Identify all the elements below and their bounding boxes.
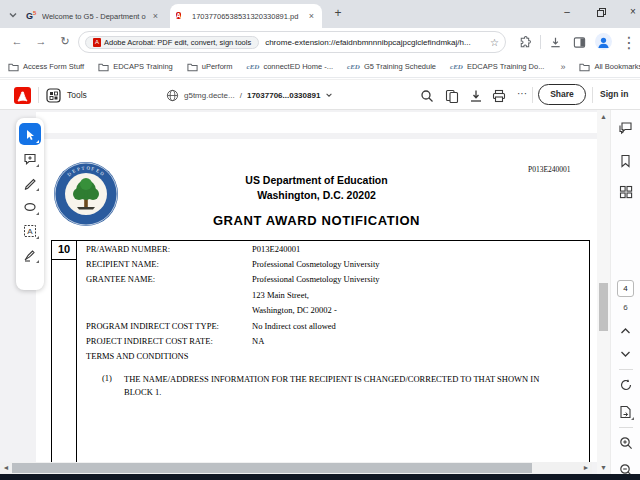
acrobat-toolbar: Tools g5tmg.decte... / 17037706...033089… bbox=[0, 79, 640, 110]
tab-search-icon[interactable] bbox=[6, 8, 20, 22]
next-page-icon[interactable] bbox=[616, 344, 636, 364]
window-close-button[interactable]: × bbox=[618, 0, 640, 26]
rotate-page-icon[interactable] bbox=[616, 375, 636, 395]
profile-avatar[interactable] bbox=[595, 33, 612, 50]
breadcrumb-site: g5tmg.decte... bbox=[184, 91, 235, 100]
side-panel-icon[interactable] bbox=[570, 33, 588, 51]
folder-icon bbox=[579, 62, 590, 72]
tab-close-icon[interactable]: × bbox=[307, 11, 316, 21]
connected-logo: cED bbox=[450, 63, 463, 71]
fit-page-icon[interactable] bbox=[616, 402, 636, 422]
scroll-right-icon[interactable]: ► bbox=[580, 462, 592, 474]
comment-plus-icon bbox=[23, 152, 37, 166]
bookmark-access-form-stuff[interactable]: Access Form Stuff bbox=[8, 62, 84, 72]
extension-chip[interactable]: A Adobe Acrobat: PDF edit, convert, sign… bbox=[85, 36, 259, 49]
shape-tool-button[interactable] bbox=[19, 195, 41, 217]
tab-title: 17037706538531320330891.pd bbox=[192, 12, 303, 21]
page-4: P013E240001 D E P T O F E D bbox=[36, 139, 597, 462]
bookmarks-overflow-icon[interactable]: » bbox=[560, 62, 565, 72]
extensions-icon[interactable] bbox=[515, 33, 533, 51]
scroll-left-icon[interactable]: ◄ bbox=[0, 462, 12, 474]
breadcrumb-separator: / bbox=[240, 91, 242, 100]
text-box-icon: A bbox=[23, 224, 37, 238]
cursor-icon bbox=[24, 129, 36, 141]
scroll-down-icon[interactable]: ▼ bbox=[597, 461, 610, 474]
new-tab-button[interactable]: + bbox=[330, 6, 346, 22]
signature-pen-icon bbox=[23, 248, 37, 262]
bookmark-edcaps-training[interactable]: EDCAPS Training bbox=[98, 62, 173, 72]
vertical-scrollbar[interactable]: ▲ ▼ bbox=[597, 110, 610, 474]
bookmark-uperform[interactable]: uPerform bbox=[187, 62, 233, 72]
document-breadcrumb[interactable]: g5tmg.decte... / 17037706...0330891 bbox=[166, 87, 333, 103]
reload-icon[interactable]: ↻ bbox=[56, 33, 74, 51]
bookmark-edcaps-training-do[interactable]: cED EDCAPS Training Do... bbox=[450, 62, 544, 71]
tab-close-icon[interactable]: × bbox=[151, 11, 160, 21]
draw-tool-button[interactable] bbox=[19, 171, 41, 193]
page-thumbnails-icon[interactable] bbox=[616, 182, 636, 202]
scroll-up-icon[interactable]: ▲ bbox=[597, 110, 610, 123]
chrome-menu-icon[interactable]: ⋮ bbox=[620, 33, 638, 51]
download-icon[interactable] bbox=[467, 86, 485, 104]
divider bbox=[38, 87, 39, 103]
globe-icon bbox=[166, 89, 179, 102]
sign-in-button[interactable]: Sign in bbox=[600, 89, 628, 99]
window-restore-button[interactable] bbox=[586, 0, 616, 26]
folder-icon bbox=[8, 62, 19, 72]
bookmarks-panel-icon[interactable] bbox=[616, 151, 636, 171]
submenu-triangle bbox=[36, 140, 39, 143]
bookmark-g5-training-schedule[interactable]: cED G5 Training Schedule bbox=[347, 62, 436, 71]
submenu-triangle bbox=[36, 212, 39, 215]
divider bbox=[619, 369, 633, 370]
previous-page-icon[interactable] bbox=[616, 321, 636, 341]
window-minimize-button[interactable]: – bbox=[552, 0, 582, 26]
submenu-triangle bbox=[631, 417, 634, 420]
vertical-scroll-thumb[interactable] bbox=[599, 283, 608, 331]
zoom-in-icon[interactable] bbox=[616, 433, 636, 453]
horizontal-scrollbar[interactable]: ◄ ► bbox=[0, 462, 592, 474]
bookmark-connected-home[interactable]: cED connectED Home -... bbox=[247, 62, 333, 71]
tools-grid-icon bbox=[46, 88, 61, 103]
block-number-column bbox=[76, 241, 77, 462]
tab-pdf-active[interactable]: A 17037706538531320330891.pd × bbox=[170, 4, 322, 28]
print-icon[interactable] bbox=[490, 86, 508, 104]
comments-panel-icon[interactable] bbox=[616, 118, 636, 138]
agency-line-2: Washington, D.C. 20202 bbox=[36, 188, 597, 203]
downloads-icon[interactable] bbox=[546, 33, 564, 51]
address-bar: ← → ↻ A Adobe Acrobat: PDF edit, convert… bbox=[0, 28, 640, 56]
add-comment-tool-button[interactable] bbox=[19, 147, 41, 169]
connected-logo: cED bbox=[247, 63, 260, 71]
folder-icon bbox=[187, 62, 198, 72]
omnibox[interactable]: A Adobe Acrobat: PDF edit, convert, sign… bbox=[78, 31, 506, 53]
adobe-acrobat-logo[interactable] bbox=[14, 87, 31, 104]
right-panel-rail: 4 6 bbox=[610, 110, 640, 474]
more-options-icon[interactable]: ··· bbox=[513, 86, 531, 104]
page-3-bottom bbox=[36, 112, 597, 133]
divider bbox=[532, 87, 533, 103]
bookmarks-bar: Access Form Stuff EDCAPS Training uPerfo… bbox=[0, 56, 640, 78]
tab-title: Welcome to G5 - Department o bbox=[42, 12, 147, 21]
tab-g5-welcome[interactable]: G5 Welcome to G5 - Department o × bbox=[20, 4, 166, 28]
g5-favicon: G5 bbox=[26, 10, 38, 22]
acrobat-chip-icon: A bbox=[93, 38, 101, 47]
fill-sign-tool-button[interactable] bbox=[19, 243, 41, 265]
select-tool-button[interactable] bbox=[19, 123, 41, 145]
bookmark-star-icon[interactable]: ☆ bbox=[490, 37, 499, 48]
copy-icon[interactable] bbox=[443, 86, 461, 104]
svg-text:A: A bbox=[27, 227, 33, 236]
search-icon[interactable] bbox=[418, 86, 436, 104]
breadcrumb-filename: 17037706...0330891 bbox=[247, 91, 320, 100]
tools-button[interactable]: Tools bbox=[46, 86, 87, 104]
divider bbox=[540, 35, 541, 49]
chip-label: Adobe Acrobat: PDF edit, convert, sign t… bbox=[104, 38, 251, 47]
forward-icon[interactable]: → bbox=[32, 33, 50, 51]
submenu-triangle bbox=[36, 164, 39, 167]
term-1-text: THE NAME/ADDRESS INFORMATION FOR THE REC… bbox=[124, 373, 544, 399]
back-icon[interactable]: ← bbox=[8, 33, 26, 51]
pencil-icon bbox=[23, 176, 37, 190]
horizontal-scroll-thumb[interactable] bbox=[12, 463, 532, 473]
current-page-input[interactable]: 4 bbox=[617, 280, 634, 297]
edit-text-tool-button[interactable]: A bbox=[19, 219, 41, 241]
share-button[interactable]: Share bbox=[538, 84, 586, 105]
divider bbox=[619, 427, 633, 428]
all-bookmarks-button[interactable]: All Bookmarks bbox=[579, 62, 640, 72]
